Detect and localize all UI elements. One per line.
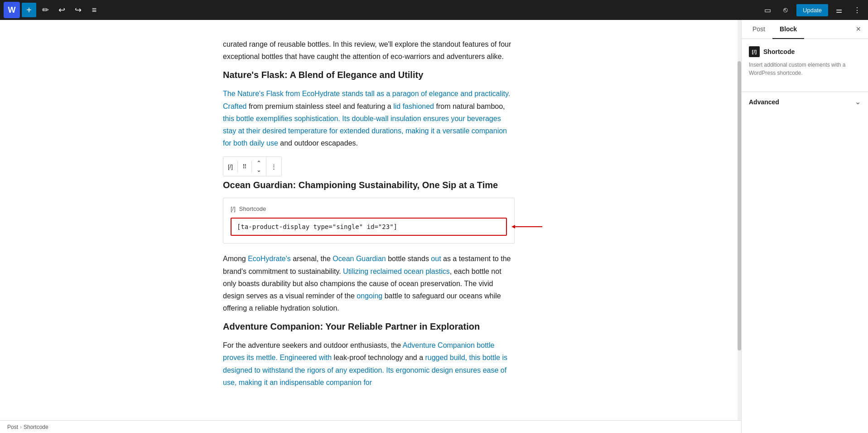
block-title-label: Shortcode xyxy=(763,48,795,55)
ocean-heading: Ocean Guardian: Championing Sustainabili… xyxy=(223,176,515,190)
undo-button[interactable]: ↩ xyxy=(54,3,69,17)
shortcode-input-wrapper[interactable] xyxy=(231,218,507,236)
update-button[interactable]: Update xyxy=(796,4,828,16)
editor-scrollbar[interactable] xyxy=(738,20,741,433)
section1-heading: Nature's Flask: A Blend of Elegance and … xyxy=(223,70,515,80)
scrollbar-thumb[interactable] xyxy=(738,61,741,350)
block-toolbar-more-btn[interactable]: ⋮ xyxy=(266,161,281,173)
sidebar-tabs: Post Block × xyxy=(742,20,868,39)
editor-content: curated range of reusable bottles. In th… xyxy=(201,38,536,389)
redo-button[interactable]: ↪ xyxy=(71,3,85,17)
breadcrumb-post[interactable]: Post xyxy=(7,424,18,430)
block-icon-large: [/] xyxy=(749,46,760,57)
breadcrumb: Post › Shortcode xyxy=(0,420,741,433)
block-toolbar-move-btn[interactable]: ⌃⌄ xyxy=(252,157,266,176)
block-toolbar-drag-btn[interactable]: ⠿ xyxy=(238,161,252,173)
right-sidebar: Post Block × [/] Shortcode Insert additi… xyxy=(741,20,868,433)
top-toolbar: W + ✏ ↩ ↪ ≡ ▭ ⎋ Update ⚌ ⋮ xyxy=(0,0,868,20)
tab-block[interactable]: Block xyxy=(772,20,804,39)
shortcode-block-header: [/] Shortcode xyxy=(231,205,507,212)
breadcrumb-separator: › xyxy=(20,424,22,430)
toolbar-left: W + ✏ ↩ ↪ ≡ xyxy=(4,2,101,18)
block-toolbar-shortcode-btn[interactable]: [/] xyxy=(223,161,238,173)
list-view-button[interactable]: ≡ xyxy=(87,3,101,17)
intro-paragraph: curated range of reusable bottles. In th… xyxy=(223,38,515,63)
shortcode-block-label: Shortcode xyxy=(239,205,266,212)
main-layout: curated range of reusable bottles. In th… xyxy=(0,20,868,433)
shortcode-block[interactable]: [/] Shortcode xyxy=(223,198,515,243)
sidebar-close-button[interactable]: × xyxy=(852,23,864,36)
settings-button[interactable]: ⚌ xyxy=(832,3,846,17)
shortcode-block-icon: [/] xyxy=(231,205,236,212)
chevron-down-icon: ⌄ xyxy=(855,97,861,106)
options-button[interactable]: ⋮ xyxy=(850,3,864,17)
toolbar-right: ▭ ⎋ Update ⚌ ⋮ xyxy=(760,3,864,17)
svg-marker-1 xyxy=(511,225,515,229)
block-info: [/] Shortcode Insert additional custom e… xyxy=(749,46,861,77)
section3-heading: Adventure Companion: Your Reliable Partn… xyxy=(223,321,515,332)
shortcode-input[interactable] xyxy=(231,219,506,235)
shortcode-input-arrow xyxy=(511,222,547,231)
section3-paragraph: For the adventure seekers and outdoor en… xyxy=(223,339,515,389)
editor-area[interactable]: curated range of reusable bottles. In th… xyxy=(0,20,738,433)
add-block-button[interactable]: + xyxy=(22,3,36,17)
block-description: Insert additional custom elements with a… xyxy=(749,61,861,77)
tools-button[interactable]: ✏ xyxy=(38,3,53,17)
block-section-title: [/] Shortcode xyxy=(749,46,861,57)
sidebar-block-section: [/] Shortcode Insert additional custom e… xyxy=(742,39,868,92)
tab-post[interactable]: Post xyxy=(745,20,772,39)
block-toolbar: [/] ⠿ ⌃⌄ ⋮ xyxy=(223,156,282,176)
wp-logo[interactable]: W xyxy=(4,2,20,18)
breadcrumb-shortcode[interactable]: Shortcode xyxy=(24,424,48,430)
section1-paragraph: The Nature's Flask from EcoHydrate stand… xyxy=(223,88,515,149)
preview-frame-button[interactable]: ▭ xyxy=(760,3,775,17)
preview-link-button[interactable]: ⎋ xyxy=(778,3,793,17)
advanced-section[interactable]: Advanced ⌄ xyxy=(742,92,868,112)
section2-paragraph: Among EcoHydrate's arsenal, the Ocean Gu… xyxy=(223,253,515,314)
advanced-label: Advanced xyxy=(749,98,779,106)
